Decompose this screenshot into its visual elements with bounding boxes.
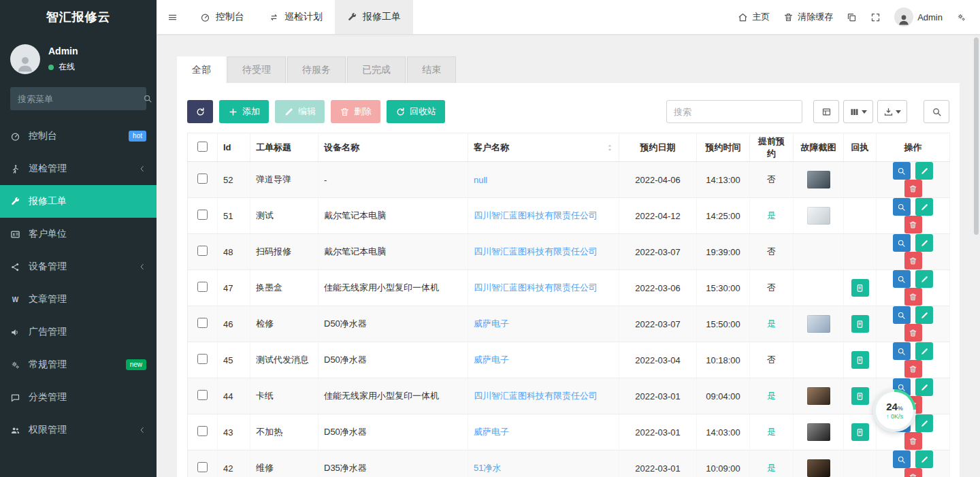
- row-checkbox[interactable]: [197, 246, 208, 256]
- export-button[interactable]: [877, 100, 907, 123]
- tab-pending[interactable]: 待受理: [227, 56, 286, 83]
- edit-order-button[interactable]: [915, 450, 933, 468]
- edit-order-button[interactable]: [915, 234, 933, 252]
- delete-order-button[interactable]: [904, 180, 922, 197]
- delete-order-button[interactable]: [904, 432, 922, 450]
- sidebar-item-permissions[interactable]: 权限管理: [0, 414, 157, 446]
- fault-screenshot-thumbnail[interactable]: [807, 387, 830, 405]
- view-order-button[interactable]: [893, 162, 911, 180]
- edit-order-button[interactable]: [915, 342, 933, 360]
- receipt-button[interactable]: [851, 387, 869, 405]
- fault-screenshot-thumbnail[interactable]: [807, 459, 830, 477]
- edit-order-button[interactable]: [915, 270, 933, 288]
- edit-order-button[interactable]: [915, 414, 933, 432]
- select-all-checkbox[interactable]: [197, 142, 208, 152]
- edit-order-button[interactable]: [915, 306, 933, 324]
- fault-screenshot-thumbnail[interactable]: [807, 315, 830, 333]
- customer-link[interactable]: 威萨电子: [474, 318, 509, 329]
- receipt-button[interactable]: [851, 351, 869, 369]
- row-checkbox[interactable]: [197, 426, 208, 436]
- fullscreen-button[interactable]: [870, 12, 881, 22]
- menu-toggle-button[interactable]: [157, 0, 188, 34]
- delete-button[interactable]: 删除: [331, 100, 380, 123]
- copy-page-button[interactable]: [847, 12, 857, 22]
- cell-select: [188, 162, 218, 198]
- header-tab-console[interactable]: 控制台: [188, 0, 257, 34]
- fault-screenshot-thumbnail[interactable]: [807, 207, 830, 225]
- edit-order-button[interactable]: [915, 162, 933, 180]
- customer-link[interactable]: 四川智汇蓝图科技有限责任公司: [474, 282, 598, 293]
- customer-link[interactable]: 威萨电子: [474, 355, 509, 365]
- settings-button[interactable]: [956, 12, 966, 22]
- sidebar-item-ads[interactable]: 广告管理: [0, 316, 157, 348]
- receipt-button[interactable]: [851, 423, 869, 441]
- view-order-button[interactable]: [893, 234, 911, 252]
- edit-order-button[interactable]: [915, 198, 933, 216]
- recycle-bin-button[interactable]: 回收站: [387, 100, 445, 123]
- sidebar-item-console[interactable]: 控制台 hot: [0, 120, 157, 152]
- tab-to-serve[interactable]: 待服务: [287, 56, 346, 83]
- customer-link[interactable]: 四川智汇蓝图科技有限责任公司: [474, 391, 598, 401]
- row-checkbox[interactable]: [197, 210, 208, 220]
- home-link[interactable]: 主页: [738, 11, 770, 23]
- tab-completed[interactable]: 已完成: [347, 56, 406, 83]
- clear-cache-button[interactable]: 清除缓存: [783, 11, 833, 23]
- scrollbar[interactable]: [974, 37, 979, 235]
- sidebar-item-general[interactable]: 常规管理 new: [0, 348, 157, 381]
- add-button[interactable]: 添加: [219, 100, 269, 123]
- row-checkbox[interactable]: [197, 174, 208, 184]
- row-checkbox[interactable]: [197, 462, 208, 472]
- sidebar-item-articles[interactable]: W 文章管理: [0, 283, 157, 316]
- document-icon: [855, 284, 864, 293]
- fault-screenshot-thumbnail[interactable]: [807, 171, 830, 188]
- refresh-button[interactable]: [187, 100, 213, 123]
- tab-all[interactable]: 全部: [177, 56, 226, 83]
- detail-view-button[interactable]: [813, 100, 839, 123]
- row-checkbox[interactable]: [197, 318, 208, 328]
- sidebar-item-categories[interactable]: 分类管理: [0, 381, 157, 414]
- row-checkbox[interactable]: [197, 282, 208, 292]
- header-tab-inspection-plan[interactable]: 巡检计划: [257, 0, 335, 34]
- column-header-customer[interactable]: 客户名称: [468, 133, 619, 162]
- delete-order-button[interactable]: [904, 324, 922, 342]
- view-order-button[interactable]: [893, 450, 911, 468]
- receipt-button[interactable]: [851, 315, 869, 333]
- customer-link[interactable]: 51净水: [474, 463, 501, 473]
- fault-screenshot-thumbnail[interactable]: [807, 423, 830, 441]
- network-monitor-widget[interactable]: 24% ↑ 0K/s: [873, 389, 916, 432]
- cell-date: 2022-04-12: [619, 198, 697, 234]
- sidebar-item-devices[interactable]: 设备管理: [0, 250, 157, 283]
- search-button[interactable]: [924, 100, 949, 123]
- sidebar-item-customers[interactable]: 客户单位: [0, 218, 157, 250]
- view-order-button[interactable]: [893, 270, 911, 288]
- delete-order-button[interactable]: [904, 360, 922, 378]
- view-order-button[interactable]: [893, 198, 911, 216]
- cell-id: 43: [218, 414, 250, 450]
- row-checkbox[interactable]: [197, 390, 208, 400]
- delete-order-button[interactable]: [904, 216, 922, 233]
- edit-order-button[interactable]: [915, 378, 933, 396]
- magnifier-icon: [897, 239, 906, 248]
- customer-link[interactable]: 四川智汇蓝图科技有限责任公司: [474, 246, 598, 257]
- sidebar-item-repair-orders[interactable]: 报修工单: [0, 185, 157, 218]
- delete-order-button[interactable]: [904, 468, 922, 477]
- menu-search-input[interactable]: [18, 94, 137, 104]
- recycle-label: 回收站: [410, 105, 436, 118]
- cell-device: 戴尔笔记本电脑: [318, 234, 468, 270]
- columns-button[interactable]: [843, 100, 873, 123]
- receipt-button[interactable]: [851, 279, 869, 297]
- view-order-button[interactable]: [893, 342, 911, 360]
- tab-closed[interactable]: 结束: [407, 56, 456, 83]
- customer-link[interactable]: null: [474, 175, 487, 185]
- sidebar-item-inspection[interactable]: 巡检管理: [0, 152, 157, 185]
- customer-link[interactable]: 四川智汇蓝图科技有限责任公司: [474, 210, 598, 220]
- delete-order-button[interactable]: [904, 288, 922, 306]
- view-order-button[interactable]: [893, 306, 911, 324]
- table-search-input[interactable]: [666, 100, 802, 123]
- user-menu[interactable]: Admin: [894, 7, 943, 27]
- row-checkbox[interactable]: [197, 354, 208, 364]
- delete-order-button[interactable]: [904, 252, 922, 269]
- header-tab-repair-orders[interactable]: 报修工单: [335, 0, 413, 34]
- customer-link[interactable]: 威萨电子: [474, 427, 509, 437]
- edit-button[interactable]: 编辑: [275, 100, 325, 123]
